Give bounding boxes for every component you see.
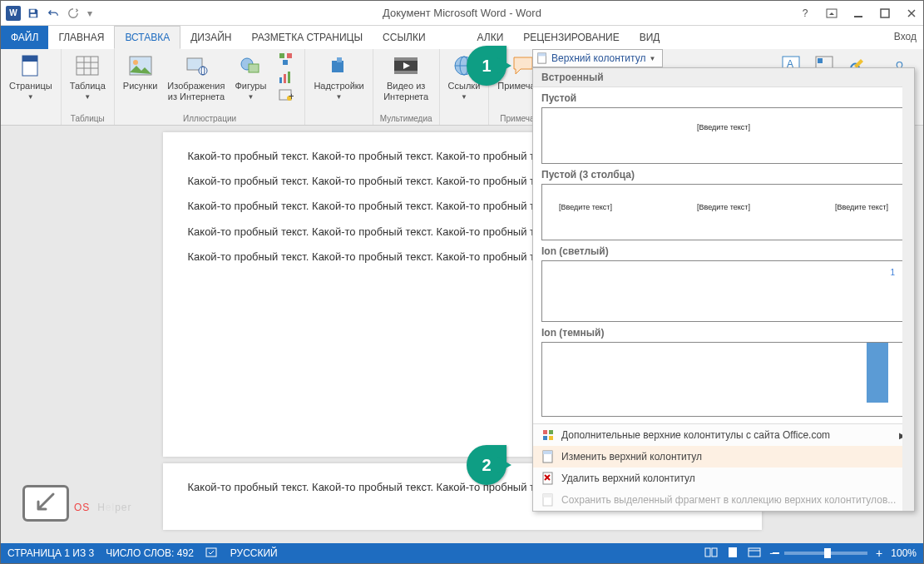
save-gallery-icon xyxy=(541,493,555,507)
minimize-icon[interactable] xyxy=(848,5,868,22)
gallery-scrollbar[interactable] xyxy=(902,68,914,511)
shapes-button[interactable]: Фигуры▼ xyxy=(233,51,268,102)
svg-rect-40 xyxy=(538,53,546,57)
gallery-item-blank[interactable]: [Введите текст] xyxy=(541,107,906,164)
online-pictures-label: Изображения из Интернета xyxy=(167,81,225,102)
svg-point-15 xyxy=(199,67,207,75)
more-from-office[interactable]: Дополнительные верхние колонтитулы с сай… xyxy=(533,424,914,446)
close-icon[interactable] xyxy=(902,5,922,22)
tab-references[interactable]: ССЫЛКИ xyxy=(373,26,435,49)
placeholder-text: [Введите текст] xyxy=(697,203,750,211)
chart-icon[interactable] xyxy=(274,69,298,86)
svg-rect-22 xyxy=(279,77,282,83)
group-tables: Таблица▼ Таблицы xyxy=(62,49,115,125)
more-label: Дополнительные верхние колонтитулы с сай… xyxy=(561,429,830,441)
gallery-section-ion-dark: Ion (темный) xyxy=(541,327,906,339)
gallery-item-ion-dark[interactable] xyxy=(541,342,906,417)
delete-label: Удалить верхний колонтитул xyxy=(561,472,695,484)
pages-button[interactable]: Страницы▼ xyxy=(7,51,54,102)
pictures-button[interactable]: Рисунки xyxy=(121,51,160,93)
table-label: Таблица xyxy=(70,81,106,92)
gallery-section-ion-light: Ion (светлый) xyxy=(541,245,906,257)
svg-rect-20 xyxy=(287,53,292,58)
screenshot-icon[interactable]: + xyxy=(274,87,298,104)
gallery-section-blank: Пустой xyxy=(541,92,906,104)
ribbon-display-icon[interactable] xyxy=(822,5,842,22)
tab-view[interactable]: ВИД xyxy=(630,26,670,49)
window-controls: ? xyxy=(795,5,922,22)
table-icon xyxy=(74,52,101,79)
svg-rect-3 xyxy=(854,16,862,17)
gallery-group-builtin: Встроенный xyxy=(533,68,914,87)
status-proofing-icon[interactable] xyxy=(205,547,219,561)
zoom-level[interactable]: 100% xyxy=(891,547,917,559)
online-pictures-button[interactable]: Изображения из Интернета xyxy=(166,51,226,104)
tab-file[interactable]: ФАЙЛ xyxy=(1,26,48,49)
gallery-section-3col: Пустой (3 столбца) xyxy=(541,169,906,181)
watermark-icon xyxy=(22,485,69,522)
header-dropdown-button[interactable]: Верхний колонтитул ▼ xyxy=(532,49,663,67)
svg-rect-7 xyxy=(77,57,98,75)
pictures-label: Рисунки xyxy=(123,81,158,92)
gallery-item-3col[interactable]: [Введите текст] [Введите текст] [Введите… xyxy=(541,184,906,240)
group-illustrations: Рисунки Изображения из Интернета Фигуры▼… xyxy=(115,49,306,125)
redo-icon[interactable] xyxy=(64,4,82,22)
office-icon xyxy=(541,428,555,442)
group-links-name xyxy=(463,112,466,125)
edit-header[interactable]: Изменить верхний колонтитул xyxy=(533,446,914,468)
svg-rect-52 xyxy=(712,548,717,557)
online-video-button[interactable]: Видео из Интернета xyxy=(382,51,430,104)
qat-dropdown-icon[interactable]: ▾ xyxy=(84,4,96,22)
svg-rect-37 xyxy=(818,58,823,63)
status-words[interactable]: ЧИСЛО СЛОВ: 492 xyxy=(106,547,194,559)
svg-rect-30 xyxy=(394,71,418,74)
table-button[interactable]: Таблица▼ xyxy=(68,51,107,102)
svg-rect-43 xyxy=(543,436,547,440)
edit-header-icon xyxy=(541,450,555,463)
edit-label: Изменить верхний колонтитул xyxy=(561,451,702,463)
addins-button[interactable]: Надстройки▼ xyxy=(312,51,365,102)
zoom-slider[interactable] xyxy=(784,552,867,555)
save-to-gallery: Сохранить выделенный фрагмент в коллекци… xyxy=(533,489,914,511)
undo-icon[interactable] xyxy=(44,4,62,22)
smartart-icon[interactable] xyxy=(274,51,298,67)
placeholder-text: [Введите текст] xyxy=(559,203,612,211)
gallery-body[interactable]: Пустой [Введите текст] Пустой (3 столбца… xyxy=(533,87,914,423)
word-app-icon[interactable]: W xyxy=(4,4,22,22)
gallery-footer: Дополнительные верхние колонтитулы с сай… xyxy=(533,423,914,511)
maximize-icon[interactable] xyxy=(875,5,895,22)
help-icon[interactable]: ? xyxy=(795,5,815,22)
group-illus-name: Иллюстрации xyxy=(183,112,236,125)
svg-rect-46 xyxy=(543,451,552,454)
chevron-down-icon: ▼ xyxy=(649,55,655,62)
svg-rect-4 xyxy=(881,9,889,17)
svg-rect-41 xyxy=(543,430,547,434)
svg-rect-51 xyxy=(705,548,710,557)
signin-link[interactable]: Вход xyxy=(894,31,917,42)
svg-rect-29 xyxy=(394,57,418,61)
view-read-icon[interactable] xyxy=(704,547,718,561)
status-language[interactable]: РУССКИЙ xyxy=(230,547,278,559)
gallery-item-ion-light[interactable]: 1 xyxy=(541,260,906,322)
svg-rect-0 xyxy=(31,9,35,12)
tab-home[interactable]: ГЛАВНАЯ xyxy=(48,26,114,49)
tab-review[interactable]: РЕЦЕНЗИРОВАНИЕ xyxy=(513,26,629,49)
statusbar: СТРАНИЦА 1 ИЗ 3 ЧИСЛО СЛОВ: 492 РУССКИЙ … xyxy=(1,543,923,563)
video-label: Видео из Интернета xyxy=(383,81,428,102)
group-tables-name: Таблицы xyxy=(71,112,105,125)
shapes-icon xyxy=(237,52,264,79)
view-print-icon[interactable] xyxy=(726,547,739,561)
delete-header[interactable]: Удалить верхний колонтитул xyxy=(533,468,914,489)
svg-rect-50 xyxy=(206,548,216,557)
page-number: 1 xyxy=(890,268,895,277)
tab-insert[interactable]: ВСТАВКА xyxy=(114,26,180,49)
save-label: Сохранить выделенный фрагмент в коллекци… xyxy=(561,494,896,506)
header-dropdown-label: Верхний колонтитул xyxy=(551,52,645,64)
save-icon[interactable] xyxy=(24,4,42,22)
view-web-icon[interactable] xyxy=(748,547,761,561)
tab-layout[interactable]: РАЗМЕТКА СТРАНИЦЫ xyxy=(242,26,373,49)
svg-point-13 xyxy=(133,60,138,65)
tab-design[interactable]: ДИЗАЙН xyxy=(180,26,241,49)
group-addins-name xyxy=(338,112,340,125)
status-page[interactable]: СТРАНИЦА 1 ИЗ 3 xyxy=(7,547,94,559)
